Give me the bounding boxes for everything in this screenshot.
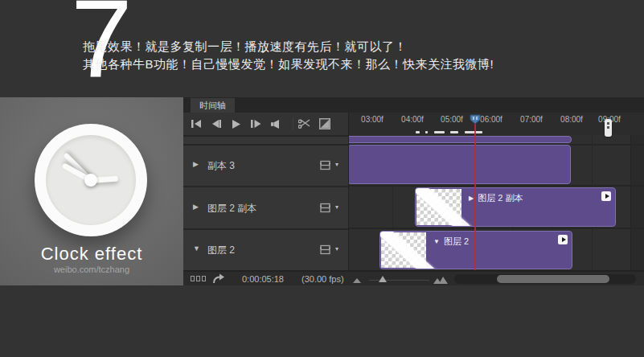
playback-toolbar	[183, 113, 348, 135]
track-header-layer2-copy[interactable]: ▶ 图层 2 副本 ▾	[183, 186, 348, 228]
row-separator	[349, 228, 644, 229]
panel-header: 时间轴	[183, 97, 644, 113]
video-track-icon	[320, 244, 330, 255]
split-at-playhead-button[interactable]	[296, 117, 312, 131]
clipped-text-remnant	[465, 131, 482, 133]
clock-preview-image: Clock effect weibo.com/tczhang	[0, 97, 183, 285]
clip-label: ▼图层 2	[433, 236, 469, 248]
right-gutter	[630, 135, 644, 270]
clip-layer2[interactable]: ▼图层 2	[379, 231, 572, 269]
clipped-text-remnant	[416, 131, 420, 133]
track-header-copy3[interactable]: ▶ 副本 3 ▾	[183, 144, 348, 186]
clip-layer2-copy[interactable]: ▶图层 2 副本	[415, 187, 616, 227]
timeline-panel: 时间轴	[183, 97, 644, 285]
clipped-text-remnant	[425, 131, 428, 133]
toolbar-divider	[293, 117, 293, 130]
track-label: 副本 3	[207, 159, 235, 173]
clip-thumbnail	[381, 232, 426, 268]
track-label: 图层 2	[207, 244, 235, 257]
clip-fx-badge[interactable]	[558, 235, 568, 244]
horizontal-scrollbar-thumb[interactable]	[497, 275, 609, 283]
zoom-slider-thumb[interactable]	[379, 276, 387, 282]
first-frame-button[interactable]	[188, 117, 204, 131]
row-separator	[349, 185, 644, 187]
clip-copy3[interactable]	[348, 145, 571, 184]
expand-arrow-icon[interactable]: ▶	[193, 160, 199, 168]
clipped-text-remnant	[450, 131, 458, 133]
preview-subtitle: weibo.com/tczhang	[0, 265, 183, 274]
track-header-column: ▶ 副本 3 ▾ ▶ 图层 2 副本 ▾ ▼ 图层 2 ▾	[183, 135, 348, 270]
clip-arrow-icon[interactable]: ▶	[469, 195, 474, 202]
frame-rate: (30.00 fps)	[301, 274, 344, 284]
zoom-in-icon[interactable]	[433, 277, 448, 284]
track-header-layer2[interactable]: ▼ 图层 2 ▾	[183, 228, 348, 270]
clip-fx-badge[interactable]	[601, 191, 611, 201]
video-track-icon	[320, 160, 330, 170]
play-button[interactable]	[228, 117, 244, 131]
zoom-out-icon[interactable]	[353, 278, 361, 283]
timeline-status-bar: 0:00:05:18 (30.00 fps)	[183, 270, 644, 285]
playhead-marker[interactable]	[470, 114, 481, 125]
timeline-clip-area: ▶图层 2 副本 ▼图层 2	[348, 135, 644, 270]
clip-arrow-icon[interactable]: ▼	[433, 238, 440, 245]
preview-title: Clock effect	[0, 244, 183, 265]
collapse-arrow-icon[interactable]: ▼	[193, 244, 200, 252]
track-row-partial	[183, 135, 348, 144]
work-area-end-grip[interactable]	[605, 119, 612, 137]
thumbnail-diagonal-stripe	[379, 231, 437, 269]
ruler-tick-label: 03:00f	[355, 115, 390, 124]
current-timecode: 0:00:05:18	[242, 274, 284, 284]
track-menu-caret-icon[interactable]: ▾	[335, 245, 338, 252]
ruler-tick-label: 04:00f	[395, 115, 430, 124]
track-menu-caret-icon[interactable]: ▾	[335, 203, 338, 211]
horizontal-scrollbar[interactable]	[454, 274, 636, 284]
clip-label: ▶图层 2 副本	[469, 192, 523, 204]
ruler-tick-label: 07:00f	[514, 115, 549, 124]
tab-timeline[interactable]: 时间轴	[191, 98, 235, 113]
mute-audio-button[interactable]	[267, 117, 283, 131]
convert-to-frame-animation-icon[interactable]	[191, 276, 206, 281]
playhead-line	[474, 122, 476, 270]
next-frame-button[interactable]	[248, 117, 264, 131]
ruler-tick-label: 05:00f	[434, 115, 470, 124]
previous-frame-button[interactable]	[208, 117, 224, 131]
clip-partial-top[interactable]	[348, 136, 572, 143]
render-arrow-icon[interactable]	[212, 273, 225, 285]
caption-line-2: 其他各种牛B功能！自己慢慢发觉！如果发现不来！那么！快来关注我微博!	[83, 55, 494, 73]
expand-arrow-icon[interactable]: ▶	[193, 203, 199, 211]
video-track-icon	[320, 203, 330, 213]
thumbnail-diagonal-stripe	[415, 187, 472, 227]
clip-thumbnail	[416, 189, 461, 225]
transition-button[interactable]	[317, 117, 333, 131]
ruler-tick-label: 08:00f	[554, 115, 589, 124]
track-menu-caret-icon[interactable]: ▾	[335, 161, 338, 168]
track-label: 图层 2 副本	[207, 202, 256, 215]
time-ruler[interactable]: 03:00f 04:00f 05:00f 06:00f 07:00f 08:00…	[348, 113, 644, 135]
clipped-text-remnant	[434, 131, 445, 133]
clock-center-hub	[84, 174, 97, 187]
tutorial-caption: 拖尾效果！就是多复制一层！播放速度有先后！就可以了！ 其他各种牛B功能！自己慢慢…	[83, 38, 494, 73]
caption-line-1: 拖尾效果！就是多复制一层！播放速度有先后！就可以了！	[83, 38, 494, 55]
